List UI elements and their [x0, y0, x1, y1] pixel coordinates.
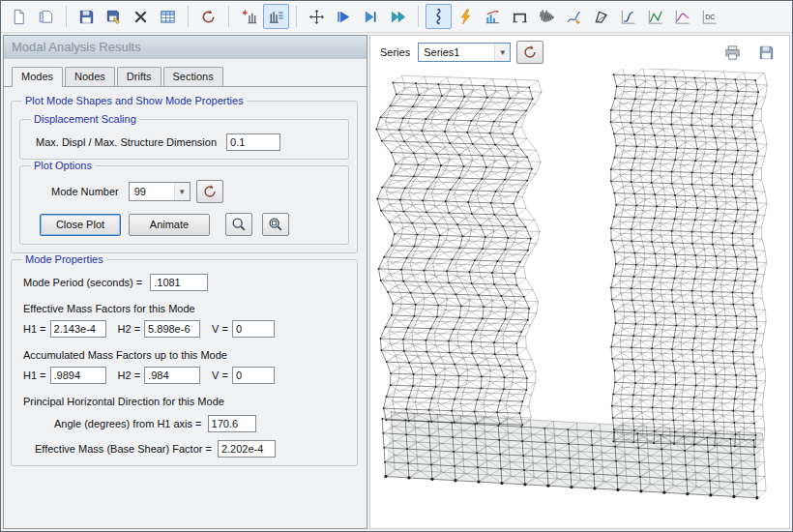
strength-demand-icon: [673, 8, 691, 26]
displacement-scaling-title: Displacement Scaling: [31, 113, 139, 125]
strength-demand-button[interactable]: [669, 4, 695, 29]
tab-drifts[interactable]: Drifts: [117, 67, 162, 86]
gap-section-button[interactable]: [507, 4, 533, 29]
toolbar-separator: [188, 6, 189, 27]
max-displ-input[interactable]: [226, 133, 280, 151]
plot-mode-shapes-group: Plot Mode Shapes and Show Mode Propertie…: [11, 95, 358, 253]
plot-area: [370, 69, 789, 528]
move-node-button[interactable]: [304, 4, 330, 29]
deflected-shape-icon: [565, 8, 583, 26]
series-select[interactable]: Series1 ▼: [418, 43, 511, 62]
time-history-button[interactable]: [534, 4, 560, 29]
angle-label: Angle (degrees) from H1 axis =: [54, 418, 202, 429]
gap-section-icon: [511, 8, 529, 26]
plot-options-title: Plot Options: [31, 160, 95, 171]
magnifier-icon: [230, 216, 248, 233]
reload-mode-button[interactable]: [196, 180, 223, 203]
force-deformation-button[interactable]: [642, 4, 668, 29]
acc-h1-label: H1 =: [23, 369, 46, 381]
eff-h2-value: [144, 320, 200, 338]
zoom-window-button[interactable]: [262, 213, 289, 236]
mode-number-select[interactable]: 99 ▼: [129, 182, 191, 201]
max-displ-label: Max. Displ / Max. Structure Dimension: [36, 136, 217, 148]
eff-h2-label: H2 =: [118, 323, 141, 335]
plot-viewer: Series Series1 ▼: [369, 35, 790, 529]
mode-shape-structure-plot[interactable]: [370, 69, 789, 528]
pushover-lightning-icon: [456, 8, 475, 26]
run-step-button[interactable]: [358, 4, 384, 29]
close-plot-button[interactable]: Close Plot: [40, 214, 121, 236]
chevron-down-icon: ▼: [174, 183, 190, 200]
eff-h1-value: [50, 320, 106, 338]
principal-direction-title: Principal Horizontal Direction for this …: [23, 396, 224, 407]
save-as-button[interactable]: [101, 4, 127, 29]
panel-titlebar: Modal Analysis Results: [4, 36, 367, 59]
app-window: DC Modal Analysis Results Modes Nodes Dr…: [0, 0, 793, 532]
add-structure-icon: [240, 8, 258, 26]
zoom-extents-button[interactable]: [225, 213, 252, 236]
chevron-down-icon: ▼: [494, 44, 510, 61]
run-step-icon: [362, 8, 380, 26]
energy-balance-button[interactable]: [480, 4, 506, 29]
svg-text:DC: DC: [705, 14, 715, 21]
animate-button[interactable]: Animate: [129, 214, 210, 236]
series-refresh-button[interactable]: [516, 41, 543, 64]
hysteresis-loop-button[interactable]: [615, 4, 641, 29]
save-icon: [77, 8, 96, 26]
refresh-icon: [201, 183, 219, 200]
toolbar-separator: [66, 6, 67, 27]
angle-value: [208, 415, 256, 432]
series-value: Series1: [419, 46, 494, 58]
general-polygon-button[interactable]: [588, 4, 614, 29]
eff-h1-label: H1 =: [23, 323, 46, 335]
move-node-icon: [308, 8, 326, 26]
mode-number-label: Mode Number: [51, 186, 119, 197]
run-all-button[interactable]: [385, 4, 411, 29]
save-plot-icon: [757, 44, 776, 62]
toolbar-separator: [228, 6, 229, 27]
pushover-button[interactable]: [453, 4, 479, 29]
force-deformation-icon: [646, 8, 664, 26]
series-label: Series: [380, 46, 410, 58]
general-polygon-icon: [592, 8, 610, 26]
table-button[interactable]: [155, 4, 181, 29]
new-document-button[interactable]: [6, 4, 32, 29]
delete-icon: [132, 8, 150, 26]
tab-sections[interactable]: Sections: [163, 67, 223, 86]
print-plot-button[interactable]: [720, 40, 746, 65]
mode-properties-group: Mode Properties Mode Period (seconds) = …: [11, 253, 358, 466]
open-document-icon: [37, 8, 55, 26]
eff-v-label: V =: [212, 323, 228, 335]
run-analysis-button[interactable]: [331, 4, 357, 29]
dc-ratio-button[interactable]: DC: [696, 4, 722, 29]
add-structure-button[interactable]: [236, 4, 262, 29]
run-all-icon: [389, 8, 407, 26]
save-plot-button[interactable]: [753, 40, 779, 65]
hysteresis-loop-icon: [619, 8, 637, 26]
eff-v-value: [232, 320, 275, 338]
open-document-button[interactable]: [33, 4, 59, 29]
acc-h1-value: [50, 367, 106, 384]
save-as-icon: [104, 8, 123, 26]
magnifier-window-icon: [267, 216, 284, 233]
viewer-header: Series Series1 ▼: [370, 36, 789, 69]
structures-list-button[interactable]: [263, 4, 289, 29]
deflected-shape-button[interactable]: [561, 4, 587, 29]
mode-period-value: [150, 274, 208, 291]
acc-h2-value: [144, 367, 200, 384]
tab-strip: Modes Nodes Drifts Sections: [4, 59, 367, 87]
modal-analysis-panel: Modal Analysis Results Modes Nodes Drift…: [3, 35, 367, 529]
save-button[interactable]: [73, 4, 100, 29]
plot-options-group: Plot Options Mode Number 99 ▼ Close Plot…: [19, 160, 349, 245]
structures-list-icon: [267, 8, 285, 26]
refresh-button[interactable]: [195, 4, 221, 29]
dc-ratio-icon: DC: [700, 8, 719, 26]
delete-button[interactable]: [128, 4, 154, 29]
mode-shape-button[interactable]: [426, 4, 452, 29]
tab-modes[interactable]: Modes: [12, 67, 63, 87]
new-document-icon: [10, 8, 28, 26]
tab-nodes[interactable]: Nodes: [65, 67, 115, 86]
acc-v-label: V =: [212, 369, 228, 381]
displacement-scaling-group: Displacement Scaling Max. Displ / Max. S…: [19, 113, 349, 160]
plot-mode-shapes-group-title: Plot Mode Shapes and Show Mode Propertie…: [22, 95, 247, 106]
